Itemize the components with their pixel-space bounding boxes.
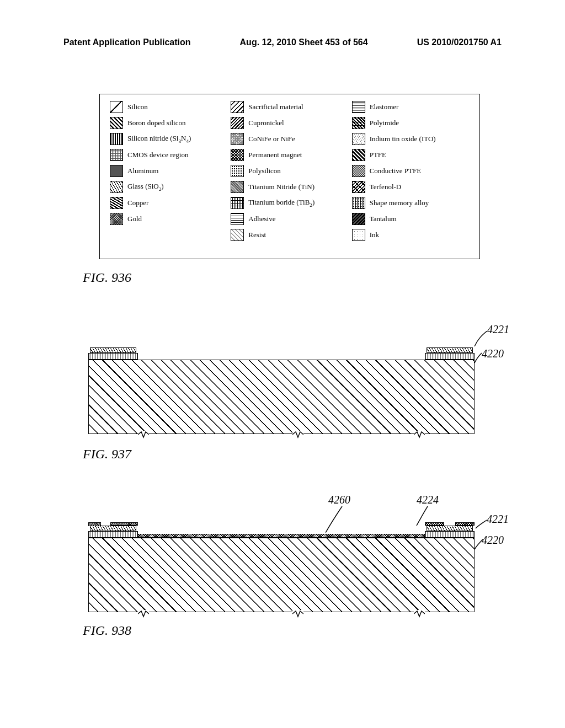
legend-item: PTFE (352, 149, 470, 161)
legend-grid: Silicon Sacrificial material Elastomer B… (110, 101, 470, 241)
legend-item: Indium tin oxide (ITO) (352, 133, 470, 145)
page-header: Patent Application Publication Aug. 12, … (0, 38, 565, 47)
legend-item: Adhesive (231, 213, 348, 225)
figure-label-938: FIG. 938 (83, 623, 131, 638)
break-mark (292, 610, 303, 618)
swatch-glass (110, 181, 123, 193)
legend-item: Boron doped silicon (110, 117, 227, 129)
break-mark (292, 431, 303, 438)
legend-item: Shape memory alloy (352, 197, 470, 209)
legend-item: Glass (SiO2) (110, 181, 227, 193)
legend-item: Sacrificial material (231, 101, 348, 113)
legend-item: Permanent magnet (231, 149, 348, 161)
swatch-resist (231, 229, 244, 241)
legend-item: Cupronickel (231, 117, 348, 129)
layer-glass-left (90, 347, 136, 353)
legend-item: Silicon (110, 101, 227, 113)
legend-item: Titanium Nitride (TiN) (231, 181, 348, 193)
layer-cmos-left (88, 353, 138, 360)
legend-item: Polysilicon (231, 165, 348, 177)
swatch-polysilicon (231, 165, 244, 177)
break-mark (414, 610, 425, 618)
figure-label-936: FIG. 936 (83, 270, 131, 285)
legend-item: Silicon nitride (Si3N4) (110, 133, 227, 145)
break-mark (138, 610, 149, 618)
swatch-shape (352, 197, 365, 209)
legend-box: Silicon Sacrificial material Elastomer B… (99, 94, 480, 259)
swatch-tin (231, 181, 244, 193)
swatch-ito (352, 133, 365, 145)
legend-item: Gold (110, 213, 227, 225)
swatch-copper (110, 197, 123, 209)
layer-glass-left (90, 526, 136, 531)
swatch-boron (110, 117, 123, 129)
ref-4221: 4221 (487, 323, 509, 336)
legend-item: Copper (110, 197, 227, 209)
layer-nitride-cap (88, 522, 101, 526)
swatch-ptfe (352, 149, 365, 161)
label-glass: Glass (SiO2) (127, 182, 164, 192)
layer-cmos-left (88, 531, 138, 538)
legend-item: CoNiFe or NiFe (231, 133, 348, 145)
break-mark (414, 431, 425, 438)
label-tib: Titanium boride (TiB2) (248, 198, 315, 208)
legend-item: Resist (231, 229, 348, 241)
break-mark (138, 431, 149, 438)
figure-label-937: FIG. 937 (83, 447, 131, 462)
layer-nitride-cap (110, 522, 138, 526)
swatch-magnet (231, 149, 244, 161)
cross-section-937 (88, 347, 475, 436)
legend-item: Titanium boride (TiB2) (231, 197, 348, 209)
legend-item: Elastomer (352, 101, 470, 113)
layer-silicon (88, 360, 475, 434)
legend-item: Ink (352, 229, 470, 241)
swatch-polyimide (352, 117, 365, 129)
legend-item: CMOS device region (110, 149, 227, 161)
legend-item-empty (110, 229, 227, 241)
legend-item: Polyimide (352, 117, 470, 129)
swatch-terfenol (352, 181, 365, 193)
layer-cmos-right (425, 353, 475, 360)
swatch-tantalum (352, 213, 365, 225)
header-left: Patent Application Publication (63, 38, 191, 47)
header-right: US 2010/0201750 A1 (417, 38, 502, 47)
leader-lines-938 (326, 506, 497, 550)
ref-4260: 4260 (328, 494, 350, 506)
legend-item: Aluminum (110, 165, 227, 177)
header-middle: Aug. 12, 2010 Sheet 453 of 564 (240, 38, 368, 47)
swatch-gold (110, 213, 123, 225)
swatch-nitride (110, 133, 123, 145)
swatch-silicon (110, 101, 123, 113)
swatch-sacrificial (231, 101, 244, 113)
legend-item: Terfenol-D (352, 181, 470, 193)
swatch-adhesive (231, 213, 244, 225)
leader-lines-937 (473, 331, 490, 364)
legend-item: Tantalum (352, 213, 470, 225)
layer-glass-right (427, 347, 473, 353)
label-nitride: Silicon nitride (Si3N4) (127, 134, 191, 144)
swatch-conife (231, 133, 244, 145)
legend-item: Conductive PTFE (352, 165, 470, 177)
swatch-aluminum (110, 165, 123, 177)
swatch-ink (352, 229, 365, 241)
swatch-cmos (110, 149, 123, 161)
swatch-cupronickel (231, 117, 244, 129)
swatch-tib (231, 197, 244, 209)
swatch-elastomer (352, 101, 365, 113)
ref-4224: 4224 (417, 494, 439, 506)
swatch-cptfe (352, 165, 365, 177)
